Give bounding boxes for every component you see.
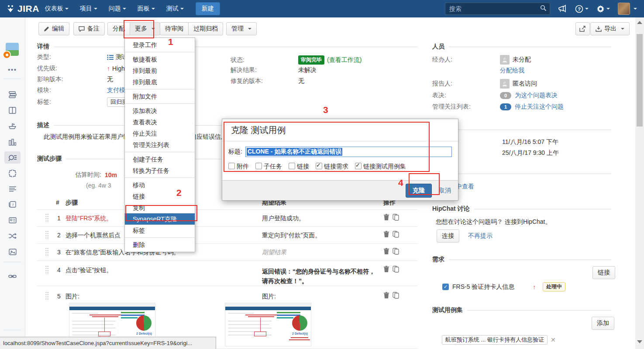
sidebar-addons-icon[interactable]	[0, 167, 25, 180]
announcement-icon[interactable]	[558, 5, 567, 13]
delete-step-icon[interactable]	[383, 214, 389, 221]
checkbox-link-testsets[interactable]: 链接测试用例集	[355, 163, 410, 171]
sidebar-backlog-icon[interactable]	[0, 88, 25, 101]
export-button[interactable]: 导出	[590, 22, 630, 35]
delete-step-icon[interactable]	[383, 292, 389, 299]
menu-item[interactable]: 复制	[125, 202, 195, 213]
nav-issues[interactable]: 问题	[103, 5, 132, 13]
menu-item[interactable]: 链接	[125, 191, 195, 202]
nav-projects[interactable]: 项目	[74, 5, 103, 13]
delete-step-icon[interactable]	[383, 266, 389, 273]
menu-item[interactable]: 查看表决	[125, 116, 195, 128]
copy-step-icon[interactable]	[393, 266, 399, 273]
nav-boards[interactable]: 面板	[132, 5, 161, 13]
view-workflow-link[interactable]: (查看工作流)	[327, 56, 362, 64]
sidebar-shuffle-icon[interactable]	[0, 229, 25, 243]
chevron-down-icon	[65, 8, 69, 10]
drag-handle[interactable]	[45, 265, 49, 275]
drag-handle[interactable]	[45, 213, 49, 223]
sidebar-reports-icon[interactable]	[0, 136, 25, 149]
sidebar-releases-icon[interactable]	[0, 120, 25, 133]
admin-menu[interactable]	[596, 5, 610, 13]
expected-screenshot-thumbnail[interactable]: 2 Defect(s)	[225, 303, 311, 346]
menu-item[interactable]: 添加表决	[125, 105, 195, 116]
toolbar-edit-button[interactable]: 编辑	[38, 22, 69, 35]
menu-item[interactable]: 创建子任务	[125, 154, 195, 165]
clone-title-input[interactable]: CLONE - 如果名称不正确返回错误	[245, 147, 452, 157]
toolbar-admin-button[interactable]: 管理	[226, 22, 257, 35]
sidebar-more-icon[interactable]: •••	[0, 63, 25, 76]
clone-confirm-button[interactable]: 克隆	[406, 184, 432, 198]
checkbox-links[interactable]: 链接	[289, 163, 313, 171]
menu-item[interactable]: 附加文件	[125, 91, 195, 102]
jira-issue-page: JIRA 仪表板 项目 问题 面板 测试 新建 ?	[0, 0, 644, 349]
global-search	[445, 3, 550, 15]
copy-step-icon[interactable]	[393, 231, 399, 238]
menu-item[interactable]: 移动	[125, 179, 195, 191]
testsets-add-button[interactable]: 添加	[592, 317, 614, 330]
copy-step-icon[interactable]	[393, 248, 399, 255]
menu-item[interactable]: 停止关注	[125, 128, 195, 139]
jira-logo[interactable]: JIRA	[6, 3, 39, 14]
menu-item[interactable]: 转换为子任务	[125, 165, 195, 176]
checkbox-link-requirements[interactable]: 链接需求	[316, 163, 353, 171]
clone-cancel-link[interactable]: 取消	[439, 187, 451, 195]
hipchat-dismiss-link[interactable]: 不再提示	[468, 232, 492, 240]
copy-step-icon[interactable]	[393, 292, 399, 299]
toolbar-more-button[interactable]: 更多	[130, 22, 160, 35]
delete-step-icon[interactable]	[383, 248, 389, 255]
nav-dashboards[interactable]: 仪表板	[39, 5, 74, 13]
vote-link[interactable]: 为这个问题表决	[515, 92, 558, 99]
chevron-down-icon	[248, 28, 251, 30]
field-tags: 标签: 回归测试	[37, 97, 137, 107]
sidebar-pages-icon[interactable]: 7	[0, 198, 25, 211]
share-button[interactable]	[575, 22, 590, 35]
delete-step-icon[interactable]	[383, 231, 389, 238]
create-button[interactable]: 新建	[196, 2, 220, 15]
sidebar-board-icon[interactable]	[0, 104, 25, 117]
scrollbar-thumb[interactable]	[637, 34, 643, 127]
estimate-value: 10m	[105, 171, 117, 178]
search-input[interactable]	[445, 3, 550, 15]
menu-item[interactable]: 删除	[125, 239, 195, 250]
scroll-down-arrow[interactable]	[637, 340, 642, 343]
sidebar-components-icon[interactable]	[0, 182, 25, 195]
menu-item-synapsert-clone[interactable]: SynapseRT克隆	[125, 213, 195, 225]
stop-watching-link[interactable]: 停止关注这个问题	[515, 103, 564, 111]
toolbar-comment-button[interactable]: 备注	[73, 22, 105, 35]
menu-item[interactable]: 排到最底	[125, 76, 195, 88]
help-menu[interactable]: ?	[575, 5, 589, 13]
drag-handle[interactable]	[45, 247, 49, 257]
page-scrollbar[interactable]	[635, 17, 644, 349]
menu-item[interactable]: 登录工作	[125, 39, 195, 51]
hipchat-connect-button[interactable]: 连接	[437, 229, 459, 243]
drag-handle[interactable]	[45, 230, 49, 240]
menu-item[interactable]: 排到最前	[125, 65, 195, 76]
estimate-hint: (eg. 4w 3	[86, 182, 111, 189]
toolbar-await-review-button[interactable]: 待审阅	[160, 22, 189, 35]
menu-item[interactable]: 敏捷看板	[125, 54, 195, 65]
search-icon[interactable]	[540, 5, 547, 11]
toolbar-expire-archive-button[interactable]: 过期归档	[188, 22, 223, 35]
user-menu[interactable]	[618, 3, 637, 15]
sidebar-media-icon[interactable]	[0, 245, 25, 258]
toolbar-assign-button[interactable]: 分配	[107, 22, 130, 35]
assign-to-me-link[interactable]: 分配给我	[500, 67, 524, 75]
sidebar-link-icon[interactable]	[0, 270, 25, 283]
copy-step-icon[interactable]	[393, 214, 399, 221]
checkbox-attachments[interactable]: 附件	[228, 163, 253, 171]
menu-item[interactable]: 管理关注列表	[125, 139, 195, 151]
requirement-checkbox[interactable]: ✓	[442, 284, 449, 290]
remove-testset-icon[interactable]: ✕	[551, 336, 556, 343]
requirement-item[interactable]: ✓ FRS-5 验证持卡人信息 ↑ 处理中	[442, 282, 565, 291]
nav-tests[interactable]: 测试	[161, 5, 189, 13]
checkbox-subtasks[interactable]: 子任务	[255, 163, 286, 171]
sidebar-search-issues-icon[interactable]	[0, 151, 25, 164]
drag-handle[interactable]	[45, 291, 49, 301]
menu-item[interactable]: 标签	[125, 225, 195, 236]
testset-chip[interactable]: 航班预订系统 ... 银行卡持有人信息验证	[442, 335, 548, 345]
requirements-link-button[interactable]: 链接	[592, 266, 615, 279]
hipchat-section-header: HipChat 讨论	[432, 205, 611, 213]
scroll-up-arrow[interactable]	[637, 21, 642, 24]
sidebar-profile-card-icon[interactable]	[0, 214, 25, 227]
